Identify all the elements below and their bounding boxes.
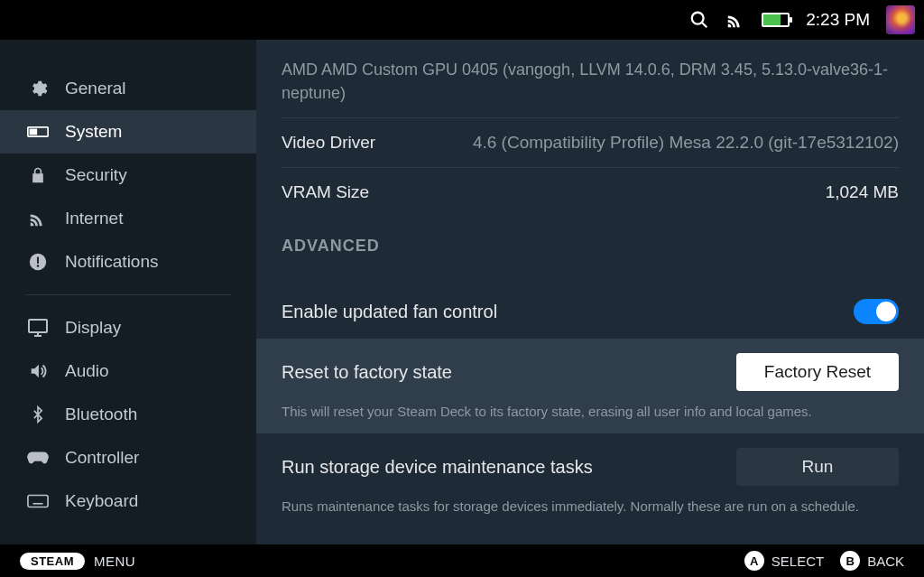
controller-icon bbox=[27, 447, 49, 469]
fan-control-label: Enable updated fan control bbox=[282, 302, 497, 322]
sidebar-item-label: Internet bbox=[65, 209, 123, 228]
storage-title: Run storage device maintenance tasks bbox=[282, 457, 593, 478]
video-card-value: AMD AMD Custom GPU 0405 (vangogh, LLVM 1… bbox=[282, 40, 899, 105]
cast-icon[interactable] bbox=[725, 10, 745, 30]
video-driver-value: 4.6 (Compatibility Profile) Mesa 22.2.0 … bbox=[411, 133, 899, 153]
sidebar-item-label: System bbox=[65, 122, 122, 142]
svg-rect-10 bbox=[28, 496, 48, 507]
divider bbox=[282, 167, 899, 168]
sidebar-item-label: Bluetooth bbox=[65, 405, 137, 424]
sidebar-item-label: Audio bbox=[65, 361, 109, 381]
video-driver-label: Video Driver bbox=[282, 133, 375, 153]
sidebar-item-display[interactable]: Display bbox=[0, 306, 256, 349]
factory-reset-row[interactable]: Reset to factory state Factory Reset Thi… bbox=[256, 339, 924, 433]
svg-line-1 bbox=[702, 23, 707, 27]
sidebar-item-label: Controller bbox=[65, 448, 139, 468]
display-icon bbox=[27, 317, 49, 339]
vram-row: VRAM Size 1,024 MB bbox=[282, 181, 899, 204]
avatar[interactable] bbox=[886, 5, 915, 34]
sidebar-item-label: Security bbox=[65, 165, 127, 185]
sidebar-item-bluetooth[interactable]: Bluetooth bbox=[0, 393, 256, 436]
wifi-icon bbox=[27, 208, 49, 229]
b-button-icon: B bbox=[840, 551, 860, 571]
sidebar-item-general[interactable]: General bbox=[0, 67, 256, 110]
keyboard-icon bbox=[27, 490, 49, 512]
a-button-icon: A bbox=[744, 551, 764, 571]
lock-icon bbox=[27, 164, 49, 186]
sidebar-divider bbox=[25, 294, 231, 295]
storage-maintenance-row: Run storage device maintenance tasks Run… bbox=[256, 433, 924, 528]
sidebar-item-controller[interactable]: Controller bbox=[0, 436, 256, 479]
system-icon bbox=[27, 121, 49, 143]
notifications-icon bbox=[27, 251, 49, 273]
video-driver-row: Video Driver 4.6 (Compatibility Profile)… bbox=[282, 131, 899, 154]
gear-icon bbox=[27, 78, 49, 99]
footer-bar: STEAM MENU A SELECT B BACK bbox=[0, 544, 924, 577]
sidebar-item-keyboard[interactable]: Keyboard bbox=[0, 479, 256, 523]
storage-run-button[interactable]: Run bbox=[736, 448, 899, 486]
sidebar-item-security[interactable]: Security bbox=[0, 154, 256, 197]
divider bbox=[282, 117, 899, 118]
battery-icon bbox=[762, 13, 790, 27]
menu-label: MENU bbox=[94, 554, 135, 569]
svg-rect-5 bbox=[37, 257, 39, 264]
status-bar: 2:23 PM bbox=[0, 0, 924, 40]
settings-sidebar: General System Security Internet Notific… bbox=[0, 40, 256, 544]
factory-reset-title: Reset to factory state bbox=[282, 362, 452, 383]
bluetooth-icon bbox=[27, 404, 49, 425]
b-button-hint: B BACK bbox=[840, 551, 904, 571]
sidebar-item-internet[interactable]: Internet bbox=[0, 197, 256, 240]
sidebar-item-label: Display bbox=[65, 318, 121, 338]
sidebar-item-audio[interactable]: Audio bbox=[0, 349, 256, 393]
steam-button[interactable]: STEAM bbox=[20, 553, 85, 570]
search-icon[interactable] bbox=[689, 10, 709, 30]
fan-control-toggle[interactable] bbox=[854, 299, 899, 324]
a-button-hint: A SELECT bbox=[744, 551, 824, 571]
sidebar-item-label: Notifications bbox=[65, 252, 159, 272]
vram-value: 1,024 MB bbox=[405, 182, 899, 202]
sidebar-item-notifications[interactable]: Notifications bbox=[0, 240, 256, 284]
svg-point-6 bbox=[37, 265, 40, 267]
sidebar-item-system[interactable]: System bbox=[0, 110, 256, 154]
svg-rect-7 bbox=[29, 320, 47, 332]
svg-rect-3 bbox=[30, 129, 36, 134]
sidebar-item-label: General bbox=[65, 79, 126, 98]
fan-control-row: Enable updated fan control bbox=[256, 284, 924, 339]
settings-panel: AMD AMD Custom GPU 0405 (vangogh, LLVM 1… bbox=[256, 40, 924, 544]
svg-point-0 bbox=[692, 13, 704, 24]
sidebar-item-label: Keyboard bbox=[65, 491, 138, 511]
storage-desc: Runs maintenance tasks for storage devic… bbox=[282, 498, 899, 514]
advanced-header: ADVANCED bbox=[282, 237, 899, 256]
clock: 2:23 PM bbox=[806, 10, 870, 30]
audio-icon bbox=[27, 360, 49, 382]
factory-reset-button[interactable]: Factory Reset bbox=[736, 353, 899, 391]
factory-reset-desc: This will reset your Steam Deck to its f… bbox=[282, 404, 899, 419]
vram-label: VRAM Size bbox=[282, 182, 369, 202]
